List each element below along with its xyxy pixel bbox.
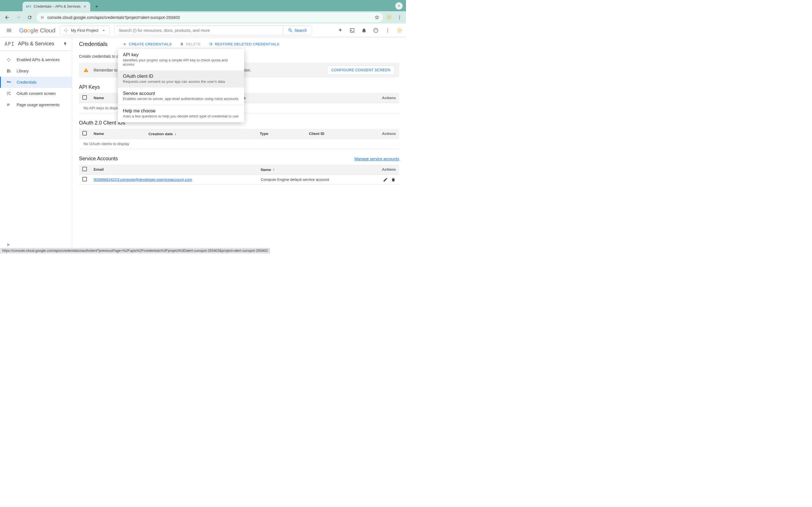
reload-button[interactable] bbox=[26, 13, 34, 22]
status-bar: https://console.cloud.google.com/apis/cr… bbox=[0, 248, 270, 253]
svg-point-12 bbox=[388, 31, 388, 32]
browser-toolbar: console.cloud.google.com/apis/credential… bbox=[0, 11, 406, 24]
sidebar-item-credentials[interactable]: Credentials bbox=[0, 76, 72, 88]
select-all-checkbox[interactable] bbox=[82, 167, 87, 171]
cloud-top-bar: Google Cloud My First Project Search ? bbox=[0, 24, 406, 37]
browser-tab[interactable]: API Credentials – APIs & Services bbox=[22, 2, 90, 11]
library-icon bbox=[6, 68, 11, 73]
configure-consent-button[interactable]: CONFIGURE CONSENT SCREEN bbox=[327, 65, 395, 75]
empty-row: No OAuth clients to display bbox=[79, 139, 399, 149]
svg-point-7 bbox=[65, 31, 66, 32]
project-picker[interactable]: My First Project bbox=[60, 25, 110, 36]
svg-point-16 bbox=[10, 59, 10, 60]
tab-favicon: API bbox=[26, 5, 32, 8]
sidebar-item-label: Page usage agreements bbox=[17, 103, 60, 107]
restore-button[interactable]: RESTORE DELETED CREDENTIALS bbox=[209, 42, 280, 46]
search-button[interactable]: Search bbox=[283, 25, 312, 35]
agreements-icon bbox=[6, 102, 11, 107]
svg-point-5 bbox=[65, 29, 66, 30]
more-icon[interactable] bbox=[385, 27, 391, 34]
undo-icon bbox=[209, 42, 213, 46]
svg-point-0 bbox=[388, 16, 390, 18]
col-email[interactable]: Email bbox=[90, 165, 257, 175]
select-all-checkbox[interactable] bbox=[82, 131, 87, 135]
sa-email-link[interactable]: 900886624223-compute@developer.gservicea… bbox=[94, 177, 192, 182]
browser-menu-icon[interactable] bbox=[397, 15, 402, 20]
browser-tab-strip: API Credentials – APIs & Services bbox=[0, 0, 406, 11]
account-avatar[interactable] bbox=[396, 27, 403, 34]
col-client-id[interactable]: Client ID bbox=[306, 129, 377, 139]
sidebar: API APIs & Services Enabled APIs & servi… bbox=[0, 37, 72, 253]
close-icon[interactable] bbox=[83, 4, 87, 8]
credentials-icon bbox=[6, 80, 11, 85]
search-bar: Search bbox=[114, 25, 312, 36]
svg-point-17 bbox=[8, 61, 9, 61]
svg-point-4 bbox=[64, 30, 65, 31]
edit-icon[interactable] bbox=[383, 177, 388, 182]
delete-icon[interactable] bbox=[391, 177, 396, 182]
menu-item-service-account[interactable]: Service account Enables server-to-server… bbox=[118, 88, 244, 105]
svg-point-6 bbox=[67, 30, 68, 31]
menu-item-help-choose[interactable]: Help me choose Asks a few questions to h… bbox=[118, 105, 244, 122]
nav-menu-button[interactable] bbox=[3, 27, 15, 34]
row-checkbox[interactable] bbox=[82, 177, 87, 181]
sidebar-item-oauth-consent[interactable]: OAuth consent screen bbox=[0, 88, 72, 99]
project-name: My First Project bbox=[71, 28, 98, 33]
col-name[interactable]: Name bbox=[90, 129, 145, 139]
project-icon bbox=[64, 28, 68, 33]
select-all-checkbox[interactable] bbox=[82, 95, 87, 100]
col-type[interactable]: Type bbox=[256, 129, 306, 139]
bookmark-icon[interactable] bbox=[374, 15, 379, 20]
svg-point-14 bbox=[8, 58, 9, 59]
google-cloud-logo[interactable]: Google Cloud bbox=[19, 27, 56, 34]
col-creation[interactable]: Creation date↓ bbox=[145, 129, 257, 139]
page-title: Credentials bbox=[79, 41, 107, 47]
menu-item-api-key[interactable]: API key Identifies your project using a … bbox=[118, 49, 244, 70]
warning-icon bbox=[84, 68, 89, 73]
help-icon[interactable]: ? bbox=[373, 27, 379, 34]
sidebar-item-page-usage[interactable]: Page usage agreements bbox=[0, 99, 72, 110]
back-button[interactable] bbox=[3, 13, 11, 22]
search-icon bbox=[288, 28, 293, 33]
notifications-icon[interactable] bbox=[361, 27, 367, 34]
svg-point-10 bbox=[388, 29, 388, 29]
create-credentials-menu: API key Identifies your project using a … bbox=[118, 49, 244, 122]
cloud-shell-icon[interactable] bbox=[349, 27, 355, 34]
plus-icon: ＋ bbox=[122, 41, 127, 47]
menu-item-oauth-client[interactable]: OAuth client ID Requests user consent so… bbox=[118, 70, 244, 88]
sidebar-item-label: Library bbox=[17, 69, 29, 73]
create-credentials-button[interactable]: ＋ CREATE CREDENTIALS bbox=[122, 41, 172, 47]
svg-point-15 bbox=[7, 59, 8, 60]
manage-sa-link[interactable]: Manage service accounts bbox=[354, 157, 399, 161]
sidebar-title: APIs & Services bbox=[18, 41, 54, 47]
svg-point-11 bbox=[388, 30, 388, 31]
sa-title: Service Accounts bbox=[79, 156, 118, 162]
svg-point-1 bbox=[399, 15, 400, 16]
search-input[interactable] bbox=[115, 25, 283, 35]
sidebar-item-label: OAuth consent screen bbox=[17, 91, 56, 96]
sidebar-item-library[interactable]: Library bbox=[0, 65, 72, 76]
col-actions: Actions bbox=[377, 129, 399, 139]
forward-button[interactable] bbox=[14, 13, 22, 22]
delete-button[interactable]: DELETE bbox=[180, 42, 200, 46]
tabs-dropdown-button[interactable] bbox=[395, 2, 403, 10]
pin-icon[interactable] bbox=[63, 42, 67, 46]
address-bar[interactable]: console.cloud.google.com/apis/credential… bbox=[37, 13, 383, 22]
trash-icon bbox=[180, 42, 184, 46]
enabled-apis-icon bbox=[6, 57, 11, 62]
sidebar-item-label: Credentials bbox=[17, 80, 37, 84]
extension-icon[interactable] bbox=[386, 14, 393, 21]
oauth-table: Name Creation date↓ Type Client ID Actio… bbox=[79, 129, 399, 149]
site-info-icon[interactable] bbox=[40, 15, 45, 20]
sidebar-header: API APIs & Services bbox=[0, 37, 72, 51]
chevron-down-icon bbox=[101, 28, 106, 33]
sidebar-collapse-button[interactable] bbox=[6, 242, 11, 247]
sa-table: Email Name↑ Actions 900886624223-compute… bbox=[79, 165, 399, 185]
svg-text:?: ? bbox=[375, 29, 377, 32]
sidebar-item-label: Enabled APIs & services bbox=[17, 57, 60, 62]
gemini-icon[interactable] bbox=[337, 27, 343, 34]
sidebar-item-enabled-apis[interactable]: Enabled APIs & services bbox=[0, 54, 72, 65]
new-tab-button[interactable] bbox=[93, 2, 101, 11]
svg-point-13 bbox=[398, 29, 400, 31]
col-name[interactable]: Name↑ bbox=[257, 165, 377, 175]
